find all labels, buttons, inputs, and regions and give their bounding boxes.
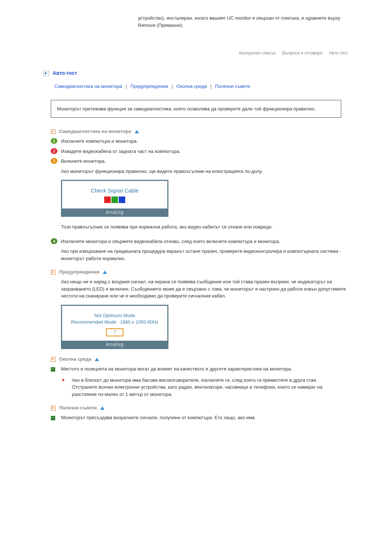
subhead-environment: Околна среда bbox=[51, 356, 348, 362]
bullet-item: Мястото и позицията на монитора могат да… bbox=[51, 365, 348, 374]
step-4-note: Ако при извършване на предишната процеду… bbox=[61, 248, 348, 262]
analog-label: Analog bbox=[62, 208, 167, 216]
step-number-1-icon: 1 bbox=[51, 138, 57, 144]
nav-checklist[interactable]: Контролен списък bbox=[239, 50, 275, 56]
link-warnings[interactable]: Предупреждения bbox=[130, 84, 168, 89]
separator: | bbox=[210, 84, 211, 89]
bullet-text: Мониторът пресъздава визуалните сигнали,… bbox=[61, 414, 255, 422]
red-arrow-icon bbox=[62, 378, 68, 381]
step-row: 1 Изключете компютъра и монитора. bbox=[51, 138, 348, 145]
subhead-text: Предупреждения bbox=[59, 269, 99, 275]
up-triangle-icon[interactable] bbox=[100, 406, 105, 410]
green-square-icon bbox=[111, 197, 118, 203]
check-cable-text: Check Signal Cable bbox=[62, 187, 167, 194]
subhead-warnings: Предупреждения bbox=[51, 269, 348, 275]
not-optimum-line1: Not Optimum Mode bbox=[62, 312, 167, 319]
nav-selftest[interactable]: Авто-тест bbox=[329, 50, 348, 56]
step-text: Изключете компютъра и монитора. bbox=[61, 138, 348, 145]
orange-arrow-icon bbox=[51, 357, 56, 362]
step-row: 3 Включете монитора. bbox=[51, 158, 348, 165]
not-optimum-line2: Recommended Mode : 1680 x 1050 60Hz bbox=[62, 319, 167, 325]
subhead-tips: Полезни съвети bbox=[51, 405, 348, 410]
separator: | bbox=[172, 84, 173, 89]
orange-arrow-icon bbox=[51, 406, 56, 410]
link-tips[interactable]: Полезни съвети bbox=[215, 84, 250, 89]
analog-label: Analog bbox=[62, 341, 167, 348]
subhead-text: Полезни съвети bbox=[59, 405, 97, 410]
warnings-paragraph: Ако нещо не е наред с входния сигнал, на… bbox=[61, 278, 348, 300]
bullet-item: Мониторът пресъздава визуалните сигнали,… bbox=[51, 414, 348, 422]
orange-arrow-icon bbox=[51, 270, 56, 275]
step-row: 2 Извадете видеокабела от задната част н… bbox=[51, 148, 348, 155]
red-square-icon bbox=[104, 197, 111, 203]
blue-square-icon bbox=[119, 197, 125, 203]
nav-faq[interactable]: Въпроси и отговори bbox=[282, 50, 322, 56]
sub-bullet-item: Ако в близост до монитора има басови вис… bbox=[62, 377, 348, 398]
step-row: 4 Изключете монитора и свържете видеокаб… bbox=[51, 238, 348, 245]
info-box: Мониторът притежава функция за самодиагн… bbox=[51, 100, 341, 118]
intro-paragraph: устройство), инсталиран, когато вашият U… bbox=[138, 15, 348, 29]
up-triangle-icon[interactable] bbox=[135, 130, 139, 133]
after-illustration-text: Този правоъгълник се появява при нормалн… bbox=[61, 223, 348, 231]
title-text: Авто-тест bbox=[53, 70, 77, 76]
step-number-2-icon: 2 bbox=[51, 148, 57, 154]
step-text: Изключете монитора и свържете видеокабел… bbox=[61, 238, 348, 245]
check-cable-illustration: Check Signal Cable Analog bbox=[61, 180, 168, 217]
subhead-self-diag: Самодиагностика на монитора bbox=[51, 129, 348, 134]
orange-arrow-icon bbox=[51, 129, 56, 134]
up-triangle-icon[interactable] bbox=[103, 271, 107, 274]
top-nav: Контролен списък Въпроси и отговори Авто… bbox=[44, 50, 348, 56]
question-button: ? bbox=[106, 328, 123, 336]
not-optimum-illustration: Not Optimum Mode Recommended Mode : 1680… bbox=[61, 305, 168, 349]
arrow-square-icon bbox=[44, 71, 49, 76]
step-text: Извадете видеокабела от задната част на … bbox=[61, 148, 348, 155]
subhead-text: Околна среда bbox=[59, 356, 91, 362]
up-triangle-icon[interactable] bbox=[95, 358, 99, 361]
link-self-diag[interactable]: Самодиагностика на монитора bbox=[54, 84, 122, 89]
link-environment[interactable]: Околна среда bbox=[176, 84, 207, 89]
sublinks: Самодиагностика на монитора | Предупрежд… bbox=[54, 84, 348, 89]
step-3-note: Ако мониторът функционира правилно, ще в… bbox=[61, 168, 348, 175]
step-number-3-icon: 3 bbox=[51, 158, 57, 164]
section-title: Авто-тест bbox=[44, 70, 348, 76]
green-bullet-icon bbox=[51, 415, 57, 422]
subhead-text: Самодиагностика на монитора bbox=[59, 129, 131, 134]
step-text: Включете монитора. bbox=[61, 158, 348, 165]
green-bullet-icon bbox=[51, 366, 57, 374]
sub-bullet-text: Ако в близост до монитора има басови вис… bbox=[72, 377, 348, 398]
step-number-4-icon: 4 bbox=[51, 238, 57, 244]
separator: | bbox=[126, 84, 127, 89]
bullet-text: Мястото и позицията на монитора могат да… bbox=[61, 365, 292, 374]
